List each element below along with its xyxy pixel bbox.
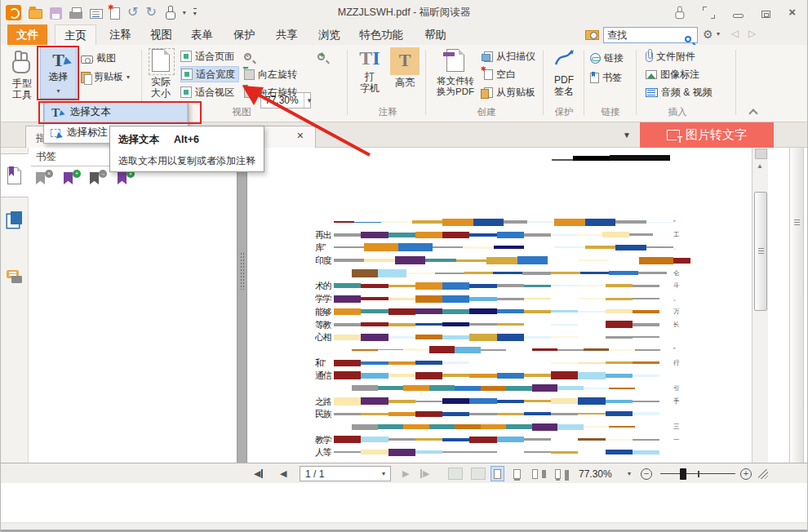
tab-browse[interactable]: 浏览 [309, 24, 349, 45]
tab-help[interactable]: 帮助 [415, 24, 455, 45]
zoom-in-button[interactable]: + [317, 48, 325, 64]
actual-size-button[interactable]: 实际 大小 [146, 47, 175, 99]
pdf-sign-button[interactable]: PDF 签名 [548, 47, 580, 97]
search-folder-icon[interactable] [585, 30, 599, 40]
find-input[interactable] [606, 28, 681, 42]
collapse-ribbon-icon[interactable] [748, 109, 757, 117]
convert-to-pdf-icon [446, 49, 464, 72]
delete-bookmark-button[interactable]: × [34, 171, 52, 188]
rotate-left-label: 向左旋转 [258, 68, 297, 82]
tab-file[interactable]: 文件 [7, 24, 47, 45]
next-page-button[interactable]: ▶ [402, 463, 409, 484]
continuous-facing-view-button[interactable] [554, 466, 568, 481]
image-annotation-button[interactable]: 图像标注 [646, 66, 699, 82]
fit-view-button[interactable]: 适合视区 [180, 84, 234, 100]
rotate-right-button[interactable]: 向右旋转 [244, 84, 297, 100]
tab-comment[interactable]: 注释 [100, 24, 140, 45]
tab-share[interactable]: 共享 [267, 24, 307, 45]
bookmarks-panel-tab[interactable] [1, 153, 29, 197]
image-annotation-icon [646, 70, 657, 79]
menu-item-select-text[interactable]: T 选择文本 [44, 102, 188, 122]
screenshot-label: 截图 [96, 51, 116, 65]
typewriter-button[interactable]: TI 打 字机 [353, 47, 386, 94]
zoom-slider[interactable] [660, 463, 735, 484]
tab-home[interactable]: 主页 [55, 24, 96, 45]
page-number-combo[interactable]: 1 / 1▾ [300, 466, 391, 481]
scrollbar-thumb[interactable] [754, 192, 767, 311]
fit-width-icon [181, 69, 193, 80]
blank-button[interactable]: 空白 [484, 66, 516, 82]
last-page-button[interactable]: ▶ [420, 463, 429, 484]
convert-to-pdf-button[interactable]: 将文件转 换为PDF [432, 47, 479, 97]
single-page-view-button[interactable] [491, 466, 504, 481]
from-scanner-button[interactable]: 从扫描仪 [484, 48, 535, 64]
move-bookmark-button[interactable]: → [88, 171, 106, 188]
rotate-left-button[interactable]: 向左旋转 [244, 66, 297, 82]
bookmark-page-icon [590, 73, 599, 83]
bookmarks-panel: 书签 × + → ▼ [29, 148, 237, 463]
close-tab-icon[interactable]: × [297, 129, 304, 142]
fullscreen-icon[interactable] [703, 7, 715, 19]
tab-list-dropdown-icon[interactable]: ▼ [623, 131, 631, 140]
main-area: 书签 × + → ▼ [1, 148, 808, 463]
file-attachment-button[interactable]: 文件附件 [646, 48, 695, 64]
previous-view-button[interactable] [448, 463, 463, 484]
clipboard-button[interactable]: 剪贴板 ▾ [81, 69, 130, 85]
zoom-out-status-button[interactable]: − [641, 463, 652, 484]
comments-panel-icon[interactable] [7, 270, 19, 278]
link-button[interactable]: 链接 [590, 50, 624, 66]
right-panel-splitter[interactable] [789, 148, 804, 463]
close-button[interactable]: × [788, 3, 796, 21]
touch-mode-icon[interactable] [674, 7, 685, 18]
previous-page-button[interactable]: ◀ [280, 463, 286, 484]
from-clipboard-button[interactable]: 从剪贴板 [484, 84, 535, 100]
pdf-text-row: 仑 [315, 268, 681, 278]
panel-splitter[interactable] [237, 148, 247, 463]
hand-tool-button[interactable]: 手型 工具 [6, 47, 38, 100]
zoom-in-status-button[interactable]: + [740, 463, 752, 484]
gear-dropdown-icon[interactable]: ▾ [717, 30, 720, 38]
find-previous-icon[interactable]: ◁ [731, 28, 739, 39]
resize-grip-icon[interactable] [758, 463, 768, 484]
find-next-icon[interactable]: ▷ [748, 28, 756, 39]
screenshot-button[interactable]: 截图 [81, 50, 116, 66]
select-button[interactable]: T 选择 ▾ [40, 47, 77, 99]
page-combo-caret-icon: ▾ [377, 470, 390, 477]
audio-video-button[interactable]: 音频 & 视频 [646, 84, 713, 100]
image-to-text-button[interactable]: 图片转文字 [640, 122, 774, 148]
zoom-out-button[interactable]: - [244, 48, 251, 64]
tab-features[interactable]: 特色功能 [350, 24, 412, 45]
continuous-view-button[interactable] [510, 466, 524, 481]
add-bookmark-button[interactable]: + [62, 171, 80, 188]
file-attachment-label: 文件附件 [656, 50, 695, 64]
highlight-label: 高亮 [389, 77, 420, 88]
fit-page-icon [180, 51, 192, 62]
scrollbar-top-button[interactable] [755, 149, 767, 159]
first-page-button[interactable]: ◀ [254, 463, 263, 484]
restore-button[interactable] [761, 11, 770, 18]
hand-tool-icon [11, 51, 33, 73]
rotate-right-icon [244, 87, 255, 98]
fit-width-button[interactable]: 适合宽度 [180, 66, 239, 82]
bookmark-button[interactable]: 书签 [590, 69, 622, 86]
zoom-dropdown-icon[interactable]: ▾ [628, 463, 631, 484]
pdf-page-view[interactable]: ”再出工库”、印度仑术的斗学学。能够万等教长心相”和“行通信引之路手民族三教学一… [247, 148, 752, 463]
bookmark-options-button[interactable]: ▼ [116, 171, 134, 188]
vertical-scrollbar[interactable]: ▲ [752, 148, 768, 463]
highlight-button[interactable]: T 高亮 [389, 47, 420, 88]
scroll-up-icon[interactable]: ▲ [757, 162, 763, 170]
tab-protect[interactable]: 保护 [224, 24, 264, 45]
facing-view-button[interactable] [531, 466, 545, 481]
search-magnifier-icon[interactable] [685, 36, 691, 42]
zoom-slider-thumb[interactable] [680, 468, 686, 480]
next-view-button[interactable] [471, 463, 486, 484]
audio-video-icon [646, 88, 658, 97]
tab-view[interactable]: 视图 [141, 24, 181, 45]
rotate-left-icon [244, 69, 255, 80]
tab-form[interactable]: 表单 [182, 24, 222, 45]
fit-page-button[interactable]: 适合页面 [180, 48, 234, 64]
gear-icon[interactable]: ⚙ [703, 28, 713, 41]
fit-view-label: 适合视区 [195, 86, 234, 100]
pages-panel-icon[interactable] [11, 211, 22, 224]
minimize-button[interactable] [733, 14, 744, 18]
